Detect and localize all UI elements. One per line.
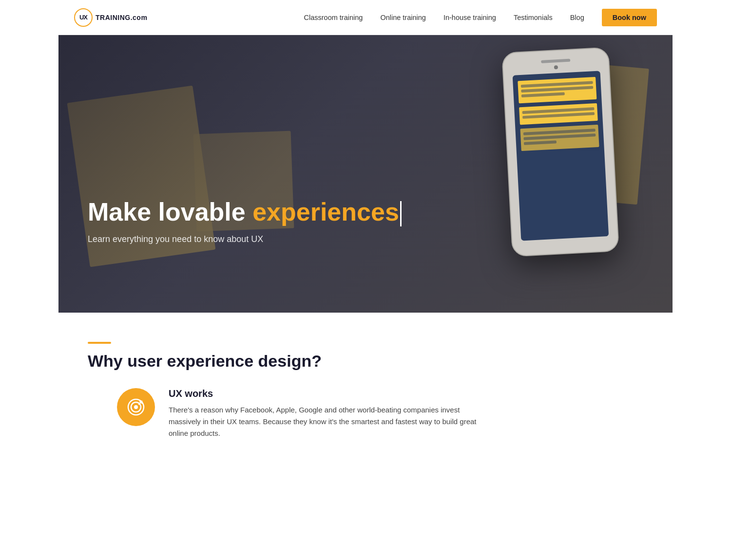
nav-item-cta[interactable]: Book now: [602, 9, 657, 26]
feature-body: There's a reason why Facebook, Apple, Go…: [169, 404, 487, 439]
hero-subheadline: Learn everything you need to know about …: [88, 234, 402, 244]
phone-notch: [541, 59, 570, 63]
hero-headline-prefix: Make lovable: [88, 198, 252, 226]
why-section: Why user experience design? UX works The…: [58, 313, 673, 459]
nav-link-inhouse[interactable]: In-house training: [443, 14, 496, 21]
phone-mockup: [501, 47, 619, 257]
phone-sticky-2: [519, 103, 598, 125]
section-why-title: Why user experience design?: [88, 352, 643, 371]
navbar: UX TRAINING.com Classroom training Onlin…: [58, 0, 673, 35]
logo-badge: UX: [74, 8, 93, 27]
phone-sticky-3: [520, 125, 599, 151]
logo-ux-text: UX: [79, 14, 87, 21]
hero-content: Make lovable experiences Learn everythin…: [88, 198, 402, 244]
nav-item-blog[interactable]: Blog: [570, 13, 584, 22]
phone-frame: [501, 47, 619, 257]
nav-item-inhouse[interactable]: In-house training: [443, 13, 496, 22]
feature-ux-works: UX works There's a reason why Facebook, …: [117, 388, 487, 439]
sticky-line: [521, 92, 565, 97]
book-now-button[interactable]: Book now: [602, 9, 657, 26]
hero-headline: Make lovable experiences: [88, 198, 402, 226]
logo-text: TRAINING.com: [96, 14, 147, 21]
feature-heading: UX works: [169, 388, 487, 399]
svg-point-2: [134, 405, 138, 409]
nav-link-online[interactable]: Online training: [380, 14, 426, 21]
nav-links: Classroom training Online training In-ho…: [304, 9, 657, 26]
target-icon: [126, 397, 146, 417]
hero-headline-accent: experiences: [252, 198, 399, 226]
phone-screen: [513, 71, 609, 241]
nav-item-online[interactable]: Online training: [380, 13, 426, 22]
hero-section: Make lovable experiences Learn everythin…: [58, 35, 673, 313]
nav-item-testimonials[interactable]: Testimonials: [514, 13, 553, 22]
feature-text: UX works There's a reason why Facebook, …: [169, 388, 487, 439]
phone-camera: [554, 65, 558, 69]
phone-screen-content: [513, 71, 605, 160]
nav-item-classroom[interactable]: Classroom training: [304, 13, 363, 22]
nav-link-testimonials[interactable]: Testimonials: [514, 14, 553, 21]
section-accent-bar: [88, 342, 111, 344]
phone-sticky-1: [518, 77, 596, 103]
nav-link-blog[interactable]: Blog: [570, 14, 584, 21]
sticky-line: [524, 140, 557, 145]
logo-link[interactable]: UX TRAINING.com: [74, 8, 147, 27]
hero-cursor: [400, 201, 402, 226]
nav-link-classroom[interactable]: Classroom training: [304, 14, 363, 21]
feature-icon-circle: [117, 388, 155, 426]
